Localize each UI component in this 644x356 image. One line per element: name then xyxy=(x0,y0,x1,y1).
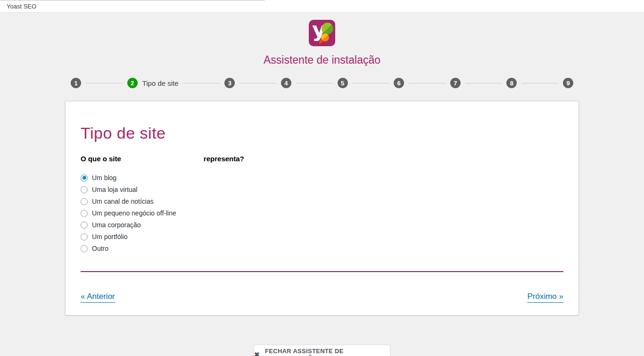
option-label: Uma loja virtual xyxy=(92,186,137,193)
step-7[interactable]: 7 xyxy=(450,78,461,88)
step-1[interactable]: 1 xyxy=(71,78,81,88)
step-connector xyxy=(183,83,220,83)
radio-unselected-icon[interactable] xyxy=(81,222,88,229)
question-suffix: representa? xyxy=(204,155,244,163)
step-3[interactable]: 3 xyxy=(224,78,235,88)
next-link[interactable]: Próximo » xyxy=(527,292,563,303)
step-connector xyxy=(409,83,446,83)
radio-unselected-icon[interactable] xyxy=(81,186,88,193)
step-connector xyxy=(521,83,558,83)
site-type-option-7[interactable]: Outro xyxy=(81,243,563,254)
option-label: Uma corporação xyxy=(92,221,141,229)
step-6[interactable]: 6 xyxy=(394,78,404,88)
close-icon: ✖ xyxy=(254,351,260,356)
admin-topbar: Yoast SEO xyxy=(0,0,644,13)
site-type-option-6[interactable]: Um portfólio xyxy=(81,231,563,242)
admin-bar-title: Yoast SEO xyxy=(7,3,36,10)
step-connector xyxy=(296,83,333,83)
site-type-options: Um blogUma loja virtualUm canal de notíc… xyxy=(81,172,563,254)
step-5[interactable]: 5 xyxy=(338,78,348,88)
step-connector xyxy=(465,83,502,83)
step-label: Tipo de site xyxy=(142,79,179,87)
previous-link[interactable]: « Anterior xyxy=(81,292,115,303)
option-label: Um portfólio xyxy=(92,233,127,240)
step-9[interactable]: 9 xyxy=(563,78,573,88)
site-type-option-4[interactable]: Um pequeno negócio off-line xyxy=(81,207,563,219)
option-label: Um canal de notícias xyxy=(92,198,154,205)
site-type-question: O que o site representa? xyxy=(81,155,563,163)
site-type-option-5[interactable]: Uma corporação xyxy=(81,219,563,231)
yoast-logo-icon: y xyxy=(309,20,335,46)
step-connector xyxy=(86,83,123,83)
close-button-label: FECHAR ASSISTENTE DE CONFIGURAÇÃO xyxy=(265,348,390,356)
wizard-card: Tipo de site O que o site representa? Um… xyxy=(65,101,579,315)
radio-unselected-icon[interactable] xyxy=(81,210,88,217)
option-label: Um pequeno negócio off-line xyxy=(92,209,176,217)
radio-selected-icon[interactable] xyxy=(81,174,88,182)
option-label: Outro xyxy=(92,245,108,252)
wizard-nav: « Anterior Próximo » xyxy=(81,292,563,303)
wizard-title: Assistente de instalação xyxy=(0,54,644,66)
site-type-option-2[interactable]: Uma loja virtual xyxy=(81,184,563,195)
step-4[interactable]: 4 xyxy=(281,78,291,88)
radio-unselected-icon[interactable] xyxy=(81,233,88,240)
logo-green-dot-icon xyxy=(322,23,333,34)
close-wizard-button[interactable]: ✖ FECHAR ASSISTENTE DE CONFIGURAÇÃO xyxy=(254,345,390,356)
option-label: Um blog xyxy=(92,174,116,182)
step-2[interactable]: 2 xyxy=(127,78,138,88)
step-connector xyxy=(353,83,389,83)
site-type-option-1[interactable]: Um blog xyxy=(81,172,563,183)
site-type-option-3[interactable]: Um canal de notícias xyxy=(81,196,563,207)
topbar-divider xyxy=(0,0,265,0)
stepper: 12Tipo de site3456789 xyxy=(71,78,573,88)
step-8[interactable]: 8 xyxy=(506,78,517,88)
card-divider xyxy=(81,271,563,272)
radio-unselected-icon[interactable] xyxy=(81,198,88,205)
page-title: Tipo de site xyxy=(81,124,563,142)
wizard-header: y Assistente de instalação xyxy=(0,20,644,66)
step-connector xyxy=(239,83,276,83)
radio-unselected-icon[interactable] xyxy=(81,245,88,252)
logo-red-dot-icon xyxy=(319,40,323,44)
question-prefix: O que o site xyxy=(81,155,121,163)
